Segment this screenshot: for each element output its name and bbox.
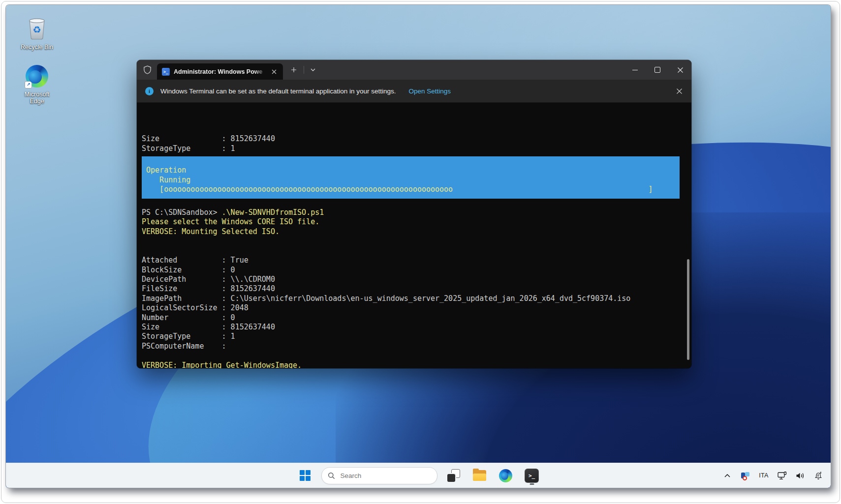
do-not-disturb-bell-icon[interactable] (813, 467, 824, 484)
desktop-icon-label: Recycle Bin (10, 44, 64, 51)
tab-close-icon[interactable] (269, 67, 279, 77)
terminal-output[interactable]: Size : 8152637440StorageType : 1 Operati… (137, 103, 691, 368)
search-input[interactable] (340, 472, 415, 480)
terminal-icon: >_ (525, 469, 539, 483)
banner-close-icon[interactable] (674, 86, 685, 96)
open-settings-link[interactable]: Open Settings (409, 88, 451, 95)
terminal-line: StorageType : 1 (142, 332, 691, 341)
file-explorer-icon (473, 470, 486, 481)
terminal-line: VERBOSE: Importing Get-WindowsImage. (142, 361, 691, 368)
progress-line (142, 156, 680, 166)
terminal-line: Size : 8152637440 (142, 134, 691, 144)
task-view-icon (447, 469, 460, 482)
terminal-line (142, 246, 691, 256)
search-icon (328, 472, 335, 479)
terminal-line: PS C:\SDNSandbox> .\New-SDNVHDfromISO.ps… (142, 208, 691, 217)
progress-line: Running (142, 176, 680, 185)
terminal-taskbar-button[interactable]: >_ (522, 466, 542, 485)
terminal-window: >_ Administrator: Windows Powe (137, 60, 691, 368)
close-button[interactable] (669, 60, 691, 80)
banner-message: Windows Terminal can be set as the defau… (160, 88, 396, 95)
terminal-line: StorageType : 1 (142, 144, 691, 153)
taskbar-search[interactable] (321, 467, 437, 484)
minimize-button[interactable] (623, 60, 646, 80)
terminal-line: BlockSize : 0 (142, 266, 691, 275)
task-view-button[interactable] (444, 466, 464, 485)
terminal-line: LogicalSectorSize : 2048 (142, 303, 691, 313)
terminal-line (142, 199, 691, 208)
terminal-line: Size : 8152637440 (142, 323, 691, 332)
terminal-line: FileSize : 8152637440 (142, 284, 691, 294)
edge-button[interactable] (496, 466, 516, 485)
terminal-line (142, 237, 691, 246)
tab-title: Administrator: Windows Powe (174, 68, 267, 75)
recycle-arrows-glyph: ♻ (32, 25, 41, 35)
desktop-icon-label: Microsoft Edge (19, 91, 55, 105)
start-button[interactable] (295, 466, 315, 485)
progress-line: [ooooooooooooooooooooooooooooooooooooooo… (142, 185, 680, 194)
powershell-icon: >_ (162, 68, 170, 76)
tray-device-status-icon[interactable] (740, 467, 751, 484)
edge-icon: ↗ (26, 65, 48, 88)
default-terminal-banner: i Windows Terminal can be set as the def… (137, 80, 691, 103)
progress-banner: Operation Running [ooooooooooooooooooooo… (142, 156, 680, 199)
terminal-line: DevicePath : \\.\CDROM0 (142, 275, 691, 284)
running-indicator (530, 483, 534, 485)
network-icon[interactable] (777, 467, 787, 484)
windows-logo-icon (300, 470, 311, 481)
terminal-line: Attached : True (142, 256, 691, 265)
progress-line: Operation (142, 166, 680, 175)
terminal-line: ImagePath : C:\Users\nicferr\Downloads\e… (142, 294, 691, 303)
terminal-titlebar[interactable]: >_ Administrator: Windows Powe (137, 60, 691, 80)
recycle-bin-icon: ♻ (26, 16, 48, 42)
desktop: ♻ Recycle Bin ↗ Microsoft Edge >_ Admini… (6, 5, 831, 488)
info-icon: i (145, 87, 154, 95)
tray-chevron-up-icon[interactable] (722, 467, 733, 484)
taskbar: >_ ITA (6, 463, 831, 488)
language-indicator[interactable]: ITA (758, 467, 769, 484)
edge-icon (499, 469, 512, 482)
terminal-line: Number : 0 (142, 313, 691, 323)
maximize-button[interactable] (646, 60, 669, 80)
tab-dropdown-button[interactable] (307, 63, 319, 76)
terminal-line: PSComputerName : (142, 342, 691, 351)
terminal-line (142, 351, 691, 360)
terminal-line: VERBOSE: Mounting Selected ISO. (142, 227, 691, 237)
terminal-tab[interactable]: >_ Administrator: Windows Powe (157, 63, 283, 80)
error-badge (743, 476, 747, 480)
scrollbar-thumb[interactable] (687, 259, 689, 360)
admin-shield-icon (143, 65, 152, 74)
shortcut-arrow-icon: ↗ (25, 81, 32, 89)
file-explorer-button[interactable] (470, 466, 490, 485)
terminal-line: Please select the Windows CORE ISO file. (142, 217, 691, 227)
volume-icon[interactable] (795, 467, 806, 484)
desktop-icon-recycle-bin[interactable]: ♻ Recycle Bin (10, 16, 64, 51)
tabbar-separator (304, 66, 304, 74)
desktop-icon-microsoft-edge[interactable]: ↗ Microsoft Edge (10, 65, 64, 105)
new-tab-button[interactable] (287, 63, 301, 76)
